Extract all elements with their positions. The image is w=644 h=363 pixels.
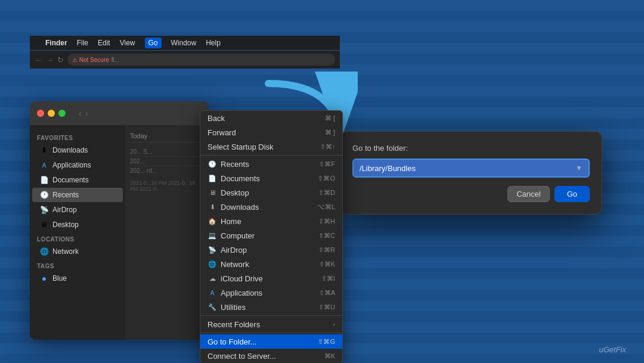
dialog-buttons: Cancel Go bbox=[352, 186, 590, 202]
recents-menu-icon: 🕐 bbox=[208, 159, 217, 169]
not-secure-icon: ⚠ Not Secure bbox=[72, 57, 109, 63]
menu-home[interactable]: 🏠 Home ⇧⌘H bbox=[200, 214, 342, 228]
downloads-icon: ⬇ bbox=[39, 145, 49, 155]
menu-utilities[interactable]: 🔧 Utilities ⇧⌘U bbox=[200, 300, 342, 314]
menu-downloads[interactable]: ⬇ Downloads ⌥⌘L bbox=[200, 200, 342, 214]
desktop-label: Desktop bbox=[52, 221, 79, 229]
maximize-button[interactable] bbox=[58, 110, 66, 117]
menu-recents[interactable]: 🕐 Recents ⇧⌘F bbox=[200, 157, 342, 171]
menu-desktop[interactable]: 🖥 Desktop ⇧⌘D bbox=[200, 185, 342, 200]
finder-content: Favorites ⬇ Downloads A Applications 📄 D… bbox=[30, 125, 209, 340]
cancel-button[interactable]: Cancel bbox=[507, 186, 549, 202]
favorites-label: Favorites bbox=[30, 131, 125, 142]
menubar-help[interactable]: Help bbox=[206, 39, 221, 47]
airdrop-icon: 📡 bbox=[39, 205, 49, 215]
downloads-label: Downloads bbox=[52, 146, 88, 154]
sidebar-item-applications[interactable]: A Applications bbox=[32, 158, 123, 172]
sidebar-item-recents[interactable]: 🕐 Recents bbox=[32, 188, 123, 202]
blue-tag-icon: ● bbox=[39, 274, 49, 283]
finder-window: ‹ › Favorites ⬇ Downloads A Applications… bbox=[30, 101, 209, 340]
browser-forward[interactable]: → bbox=[46, 55, 54, 64]
watermark: uGetFix bbox=[599, 345, 626, 354]
recents-icon: 🕐 bbox=[39, 190, 49, 200]
dialog-title: Go to the folder: bbox=[352, 144, 590, 153]
menu-forward[interactable]: Forward ⌘ ] bbox=[200, 125, 342, 139]
browser-refresh[interactable]: ↻ bbox=[57, 55, 64, 64]
menubar-view[interactable]: View bbox=[120, 39, 135, 47]
sidebar-item-airdrop[interactable]: 📡 AirDrop bbox=[32, 203, 123, 217]
browser-back[interactable]: ← bbox=[35, 55, 42, 64]
dropdown-arrow-icon[interactable]: ▼ bbox=[575, 164, 583, 172]
file-dates: 2021-0...16 PM 2021-0...16 PM 2021-0... bbox=[130, 180, 204, 192]
menubar-file[interactable]: File bbox=[77, 39, 88, 47]
dialog-input-value: /Library/Bundles bbox=[360, 164, 575, 173]
go-menu-dropdown: Back ⌘ [ Forward ⌘ ] Select Startup Disk… bbox=[200, 110, 343, 363]
go-to-folder-dialog: Go to the folder: /Library/Bundles ▼ Can… bbox=[340, 131, 602, 215]
menu-recent-folders[interactable]: Recent Folders › bbox=[200, 317, 342, 331]
today-header: Today bbox=[130, 130, 204, 142]
menu-computer[interactable]: 💻 Computer ⇧⌘C bbox=[200, 228, 342, 243]
menu-network[interactable]: 🌐 Network ⇧⌘K bbox=[200, 257, 342, 271]
menu-documents[interactable]: 📄 Documents ⇧⌘O bbox=[200, 171, 342, 185]
dialog-input-field[interactable]: /Library/Bundles ▼ bbox=[352, 159, 590, 178]
separator-1 bbox=[200, 155, 342, 156]
sidebar-item-desktop[interactable]: 🖥 Desktop bbox=[32, 218, 123, 232]
documents-icon: 📄 bbox=[39, 175, 49, 185]
separator-2 bbox=[200, 315, 342, 316]
menu-go-to-folder[interactable]: Go to Folder... ⇧⌘G bbox=[200, 334, 342, 349]
go-button[interactable]: Go bbox=[555, 186, 590, 202]
desktop-icon: 🖥 bbox=[39, 220, 49, 229]
menu-back[interactable]: Back ⌘ [ bbox=[200, 111, 342, 125]
browser-address-bar[interactable]: ⚠ Not Secure fi... bbox=[67, 54, 335, 66]
downloads-menu-icon: ⬇ bbox=[208, 202, 217, 212]
finder-nav: ‹ › bbox=[79, 108, 88, 118]
applications-label: Applications bbox=[52, 161, 91, 169]
mac-menubar: Finder File Edit View Go Window Help bbox=[30, 36, 340, 50]
airdrop-menu-icon: 📡 bbox=[208, 245, 217, 255]
documents-menu-icon: 📄 bbox=[208, 173, 217, 183]
close-button[interactable] bbox=[37, 110, 44, 117]
tags-label: Tags bbox=[30, 259, 125, 271]
icloud-menu-icon: ☁ bbox=[208, 274, 217, 283]
home-menu-icon: 🏠 bbox=[208, 216, 217, 226]
documents-label: Documents bbox=[52, 176, 89, 184]
airdrop-label: AirDrop bbox=[52, 206, 77, 214]
nav-forward[interactable]: › bbox=[85, 108, 88, 118]
sidebar-item-documents[interactable]: 📄 Documents bbox=[32, 173, 123, 187]
file-row-3[interactable]: 202... rd... bbox=[130, 166, 204, 175]
network-icon: 🌐 bbox=[39, 247, 49, 256]
menubar-finder[interactable]: Finder bbox=[45, 39, 67, 47]
menu-icloud-drive[interactable]: ☁ iCloud Drive ⇧⌘I bbox=[200, 271, 342, 286]
nav-back[interactable]: ‹ bbox=[79, 108, 82, 118]
utilities-menu-icon: 🔧 bbox=[208, 302, 217, 312]
file-row-1[interactable]: 20... S... bbox=[130, 147, 204, 157]
applications-icon: A bbox=[39, 160, 49, 170]
applications-menu-icon: A bbox=[208, 288, 217, 297]
finder-sidebar: Favorites ⬇ Downloads A Applications 📄 D… bbox=[30, 125, 125, 340]
menubar-edit[interactable]: Edit bbox=[98, 39, 110, 47]
network-label: Network bbox=[52, 247, 79, 256]
menu-connect-to-server[interactable]: Connect to Server... ⌘K bbox=[200, 349, 342, 363]
sidebar-item-blue[interactable]: ● Blue bbox=[32, 271, 123, 286]
menubar-go[interactable]: Go bbox=[145, 38, 162, 48]
file-row-2[interactable]: 202... bbox=[130, 157, 204, 166]
sidebar-item-network[interactable]: 🌐 Network bbox=[32, 244, 123, 259]
separator-3 bbox=[200, 333, 342, 333]
browser-url-text: fi... bbox=[112, 57, 119, 63]
computer-menu-icon: 💻 bbox=[208, 231, 217, 240]
sidebar-item-downloads[interactable]: ⬇ Downloads bbox=[32, 143, 123, 157]
recents-label: Recents bbox=[52, 191, 79, 199]
finder-area: Finder File Edit View Go Window Help ← →… bbox=[30, 18, 340, 352]
menubar-window[interactable]: Window bbox=[171, 39, 197, 47]
desktop-menu-icon: 🖥 bbox=[208, 188, 217, 197]
locations-label: Locations bbox=[30, 232, 125, 244]
finder-file-list: 20... S... 202... 202... rd... bbox=[130, 145, 204, 178]
finder-main: Today 20... S... 202... 202... rd... 202… bbox=[125, 125, 209, 340]
menu-select-startup[interactable]: Select Startup Disk ⇧⌘↑ bbox=[200, 139, 342, 154]
minimize-button[interactable] bbox=[48, 110, 55, 117]
menu-airdrop[interactable]: 📡 AirDrop ⇧⌘R bbox=[200, 243, 342, 257]
blue-tag-label: Blue bbox=[52, 274, 67, 283]
browser-top: ← → ↻ ⚠ Not Secure fi... bbox=[30, 51, 340, 69]
network-menu-icon: 🌐 bbox=[208, 259, 217, 269]
menu-applications[interactable]: A Applications ⇧⌘A bbox=[200, 286, 342, 300]
